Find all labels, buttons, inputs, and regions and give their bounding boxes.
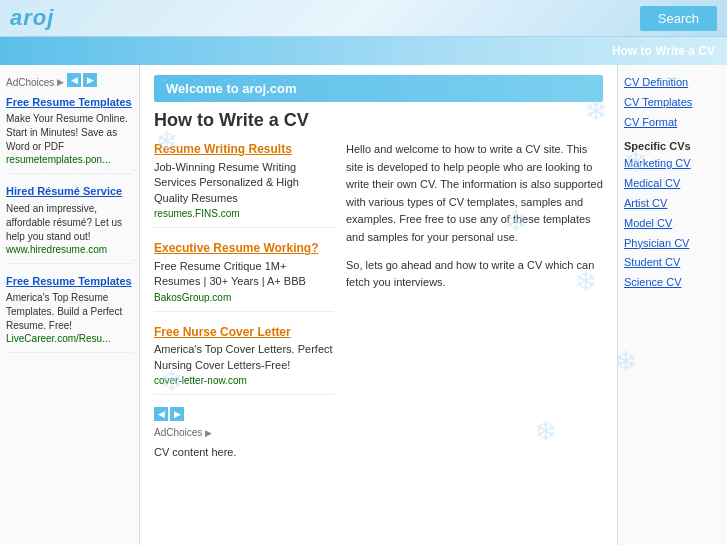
center-ad-nav: ◀ ▶	[154, 407, 334, 421]
adchoices-icon: ▶	[57, 77, 64, 87]
article-paragraph-2: So, lets go ahead and how to write a CV …	[346, 257, 603, 292]
left-ad-2-text: Need an impressive, affordable résumé? L…	[6, 202, 133, 244]
ad-next-button[interactable]: ▶	[83, 73, 97, 87]
center-ad-1-url: resumes.FINS.com	[154, 208, 334, 219]
adchoices-label: AdChoices	[6, 77, 54, 88]
left-ad-1-url: resumetemplates.pon...	[6, 154, 133, 165]
sidebar-right-link-medical-cv[interactable]: Medical CV	[624, 174, 721, 194]
center-ad-1-text: Job-Winning Resume Writing Services Pers…	[154, 160, 334, 206]
cv-content-label: CV content here.	[154, 446, 334, 458]
left-ad-3-text: America's Top Resume Templates. Build a …	[6, 291, 133, 333]
breadcrumb: How to Write a CV	[612, 44, 715, 58]
adchoices-center-icon: ▶	[205, 428, 212, 438]
left-ad-2-url: www.hiredresume.com	[6, 244, 133, 255]
sidebar-right-link-science-cv[interactable]: Science CV	[624, 273, 721, 293]
adchoices-center-label: AdChoices	[154, 427, 202, 438]
header: aroj Search	[0, 0, 727, 37]
article-text: Hello and welcome to how to write a CV s…	[346, 141, 603, 458]
left-ad-1-text: Make Your Resume Online. Start in Minute…	[6, 112, 133, 154]
sidebar-left: AdChoices ▶ ◀ ▶ Free Resume Templates Ma…	[0, 65, 140, 545]
sidebar-right-link-cv-format[interactable]: CV Format	[624, 113, 721, 133]
search-button[interactable]: Search	[640, 6, 717, 31]
welcome-banner: Welcome to aroj.com	[154, 75, 603, 102]
center-ad-3-title[interactable]: Free Nurse Cover Letter	[154, 325, 291, 339]
left-ad-2: Hired Résumé Service Need an impressive,…	[6, 184, 133, 263]
left-ad-2-title[interactable]: Hired Résumé Service	[6, 185, 122, 197]
center-ad-1-title[interactable]: Resume Writing Results	[154, 142, 292, 156]
sidebar-right-link-physician-cv[interactable]: Physician CV	[624, 234, 721, 254]
center-inner: Resume Writing Results Job-Winning Resum…	[154, 141, 603, 458]
center-ad-2-url: BakosGroup.com	[154, 292, 334, 303]
ads-column: Resume Writing Results Job-Winning Resum…	[154, 141, 334, 458]
center-ad-next-button[interactable]: ▶	[170, 407, 184, 421]
logo-text: aroj	[10, 5, 54, 31]
center-ad-2: Executive Resume Working? Free Resume Cr…	[154, 240, 334, 312]
main-layout: ❄ ❄ ❄ ❄ ❄ ❄ ❄ ❄ AdChoices ▶ ◀ ▶ Free Res…	[0, 65, 727, 545]
center-ad-2-title[interactable]: Executive Resume Working?	[154, 241, 319, 255]
center-ad-1: Resume Writing Results Job-Winning Resum…	[154, 141, 334, 228]
page-title: How to Write a CV	[154, 110, 603, 131]
sidebar-right-link-cv-templates[interactable]: CV Templates	[624, 93, 721, 113]
center-ad-prev-button[interactable]: ◀	[154, 407, 168, 421]
sidebar-right: CV Definition CV Templates CV Format Spe…	[617, 65, 727, 545]
left-ad-1-title[interactable]: Free Resume Templates	[6, 96, 132, 108]
center-ad-3-url: cover-letter-now.com	[154, 375, 334, 386]
left-ad-3-url: LiveCareer.com/Resu...	[6, 333, 133, 344]
center-ad-3: Free Nurse Cover Letter America's Top Co…	[154, 324, 334, 396]
sidebar-right-link-student-cv[interactable]: Student CV	[624, 253, 721, 273]
sidebar-right-link-model-cv[interactable]: Model CV	[624, 214, 721, 234]
adchoices-left: AdChoices ▶ ◀ ▶	[6, 73, 133, 91]
sidebar-right-link-artist-cv[interactable]: Artist CV	[624, 194, 721, 214]
ad-prev-button[interactable]: ◀	[67, 73, 81, 87]
center-ad-3-text: America's Top Cover Letters. Perfect Nur…	[154, 342, 334, 373]
specific-cvs-title: Specific CVs	[624, 140, 721, 152]
article-paragraph-1: Hello and welcome to how to write a CV s…	[346, 141, 603, 247]
left-ad-1: Free Resume Templates Make Your Resume O…	[6, 95, 133, 174]
breadcrumb-bar: How to Write a CV	[0, 37, 727, 65]
sidebar-right-link-cv-definition[interactable]: CV Definition	[624, 73, 721, 93]
center-ad-2-text: Free Resume Critique 1M+ Resumes | 30+ Y…	[154, 259, 334, 290]
left-ad-3-title[interactable]: Free Resume Templates	[6, 275, 132, 287]
center-content: Welcome to aroj.com How to Write a CV Re…	[140, 65, 617, 545]
sidebar-right-link-marketing-cv[interactable]: Marketing CV	[624, 154, 721, 174]
left-ad-3: Free Resume Templates America's Top Resu…	[6, 274, 133, 353]
adchoices-center: AdChoices ▶	[154, 427, 334, 438]
